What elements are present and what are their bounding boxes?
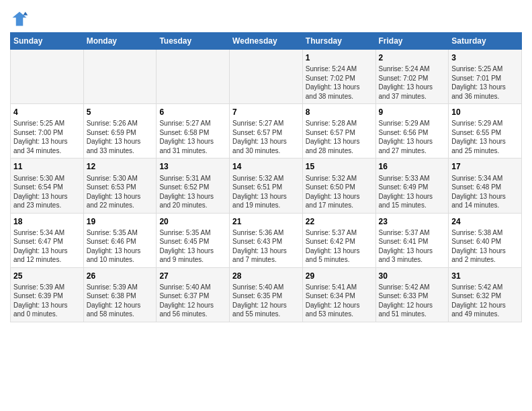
day-info: Sunrise: 5:40 AM	[232, 283, 300, 292]
calendar-cell: 25Sunrise: 5:39 AMSunset: 6:39 PMDayligh…	[11, 267, 84, 322]
calendar-cell	[157, 50, 230, 104]
day-info: Sunrise: 5:35 AM	[159, 228, 226, 238]
day-info: Daylight: 13 hours	[87, 137, 154, 146]
day-info: Sunrise: 5:37 AM	[379, 228, 446, 238]
calendar-cell: 16Sunrise: 5:33 AMSunset: 6:49 PMDayligh…	[375, 158, 449, 213]
day-info: Sunset: 6:59 PM	[87, 128, 154, 138]
day-info: and 23 minutes.	[13, 201, 81, 210]
calendar-week-row: 11Sunrise: 5:30 AMSunset: 6:54 PMDayligh…	[11, 158, 522, 213]
day-info: Sunrise: 5:24 AM	[306, 64, 373, 74]
day-info: Sunrise: 5:35 AM	[87, 228, 154, 238]
calendar-cell: 23Sunrise: 5:37 AMSunset: 6:41 PMDayligh…	[375, 213, 449, 267]
day-info: Daylight: 13 hours	[87, 246, 154, 256]
calendar-cell: 12Sunrise: 5:30 AMSunset: 6:53 PMDayligh…	[83, 158, 157, 213]
day-info: Sunset: 6:49 PM	[379, 183, 446, 192]
day-info: Sunset: 6:40 PM	[451, 237, 519, 246]
header-day-monday: Monday	[83, 33, 157, 50]
day-number: 23	[379, 216, 446, 227]
day-info: Sunset: 6:57 PM	[232, 128, 300, 138]
day-number: 5	[87, 107, 154, 118]
day-info: Sunrise: 5:27 AM	[159, 119, 226, 128]
day-info: and 55 minutes.	[232, 310, 300, 319]
day-number: 3	[451, 52, 519, 63]
day-info: and 38 minutes.	[306, 92, 373, 101]
day-info: Daylight: 13 hours	[451, 246, 519, 256]
day-info: Sunrise: 5:31 AM	[159, 174, 226, 183]
calendar-cell	[83, 50, 157, 104]
header	[10, 7, 522, 28]
day-info: and 3 minutes.	[379, 255, 446, 265]
day-info: Sunrise: 5:32 AM	[232, 174, 300, 183]
day-number: 16	[379, 161, 446, 172]
header-day-saturday: Saturday	[449, 33, 522, 50]
day-number: 14	[232, 161, 300, 172]
day-info: Sunrise: 5:25 AM	[13, 119, 81, 128]
calendar-week-row: 25Sunrise: 5:39 AMSunset: 6:39 PMDayligh…	[11, 267, 522, 322]
day-info: Sunrise: 5:39 AM	[13, 283, 81, 292]
day-info: Daylight: 13 hours	[232, 246, 300, 256]
day-number: 19	[87, 216, 154, 227]
day-info: Sunrise: 5:24 AM	[379, 64, 446, 74]
day-number: 10	[451, 107, 519, 118]
calendar-cell: 4Sunrise: 5:25 AMSunset: 7:00 PMDaylight…	[11, 104, 84, 158]
day-info: and 2 minutes.	[451, 255, 519, 265]
day-info: Sunset: 6:55 PM	[451, 128, 519, 138]
day-info: and 31 minutes.	[159, 146, 226, 156]
day-number: 25	[13, 271, 81, 281]
day-number: 26	[87, 271, 154, 281]
day-info: Daylight: 13 hours	[379, 192, 446, 201]
day-info: Sunset: 6:42 PM	[306, 237, 373, 246]
day-info: and 37 minutes.	[379, 92, 446, 101]
day-info: Daylight: 12 hours	[306, 301, 373, 310]
page-container: SundayMondayTuesdayWednesdayThursdayFrid…	[0, 0, 532, 329]
logo	[10, 9, 32, 28]
day-number: 13	[159, 161, 226, 172]
day-info: and 30 minutes.	[232, 146, 300, 156]
day-number: 31	[451, 271, 519, 281]
day-info: Sunrise: 5:28 AM	[306, 119, 373, 128]
day-info: Sunrise: 5:34 AM	[13, 228, 81, 238]
calendar-cell: 24Sunrise: 5:38 AMSunset: 6:40 PMDayligh…	[449, 213, 522, 267]
day-number: 9	[379, 107, 446, 118]
calendar-cell: 21Sunrise: 5:36 AMSunset: 6:43 PMDayligh…	[230, 213, 303, 267]
day-info: Sunset: 6:51 PM	[232, 183, 300, 192]
day-info: Daylight: 13 hours	[13, 246, 81, 256]
day-info: Daylight: 12 hours	[159, 301, 226, 310]
day-info: Sunset: 6:41 PM	[379, 237, 446, 246]
day-info: Daylight: 12 hours	[379, 301, 446, 310]
day-info: and 22 minutes.	[87, 201, 154, 210]
day-info: Sunrise: 5:42 AM	[379, 283, 446, 292]
day-info: and 5 minutes.	[306, 255, 373, 265]
calendar-cell: 18Sunrise: 5:34 AMSunset: 6:47 PMDayligh…	[11, 213, 84, 267]
day-info: Sunset: 6:48 PM	[451, 183, 519, 192]
day-info: Sunset: 6:37 PM	[159, 291, 226, 301]
calendar-week-row: 4Sunrise: 5:25 AMSunset: 7:00 PMDaylight…	[11, 104, 522, 158]
day-info: and 33 minutes.	[87, 146, 154, 156]
day-number: 11	[13, 161, 81, 172]
day-info: Sunrise: 5:41 AM	[306, 283, 373, 292]
day-number: 6	[159, 107, 226, 118]
calendar-week-row: 1Sunrise: 5:24 AMSunset: 7:02 PMDaylight…	[11, 50, 522, 104]
day-info: and 53 minutes.	[306, 310, 373, 319]
day-info: Daylight: 13 hours	[451, 137, 519, 146]
header-day-tuesday: Tuesday	[157, 33, 230, 50]
day-info: Daylight: 13 hours	[306, 192, 373, 201]
day-info: Daylight: 13 hours	[159, 192, 226, 201]
calendar-cell: 11Sunrise: 5:30 AMSunset: 6:54 PMDayligh…	[11, 158, 84, 213]
calendar-cell: 6Sunrise: 5:27 AMSunset: 6:58 PMDaylight…	[157, 104, 230, 158]
svg-marker-2	[23, 12, 28, 15]
calendar-cell: 15Sunrise: 5:32 AMSunset: 6:50 PMDayligh…	[302, 158, 375, 213]
calendar-cell: 26Sunrise: 5:39 AMSunset: 6:38 PMDayligh…	[83, 267, 157, 322]
calendar-cell: 20Sunrise: 5:35 AMSunset: 6:45 PMDayligh…	[157, 213, 230, 267]
day-info: Sunset: 6:54 PM	[13, 183, 81, 192]
day-info: Daylight: 13 hours	[232, 192, 300, 201]
day-number: 24	[451, 216, 519, 227]
day-info: Sunrise: 5:30 AM	[13, 174, 81, 183]
day-info: and 56 minutes.	[159, 310, 226, 319]
calendar-week-row: 18Sunrise: 5:34 AMSunset: 6:47 PMDayligh…	[11, 213, 522, 267]
logo-icon	[10, 9, 29, 28]
day-info: Daylight: 13 hours	[87, 192, 154, 201]
day-info: Sunset: 6:45 PM	[159, 237, 226, 246]
calendar-cell: 13Sunrise: 5:31 AMSunset: 6:52 PMDayligh…	[157, 158, 230, 213]
header-day-wednesday: Wednesday	[230, 33, 303, 50]
